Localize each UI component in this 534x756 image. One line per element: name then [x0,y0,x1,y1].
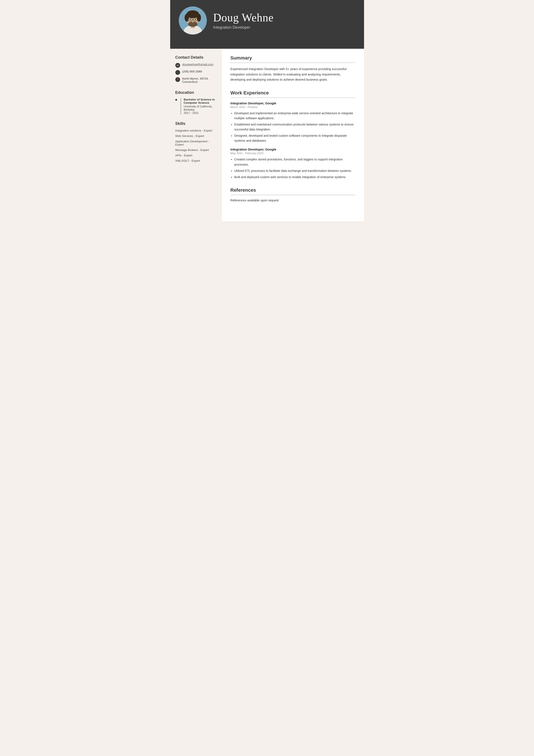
skills-section: Skills Integration solutions - ExpertWeb… [175,122,217,162]
skill-item: Integration solutions - Expert [175,129,217,132]
address-value: North Myron, 39724, Connecticut [182,77,209,83]
svg-point-10 [190,19,191,20]
skill-item: APIs - Expert [175,154,217,157]
job-bullet: Designed, developed and tested custom so… [234,133,355,143]
work-experience-section: Work Experience Integration Developer, G… [231,90,355,180]
education-title: Education [175,90,217,95]
summary-section: Summary Experienced Integration Develope… [231,55,355,82]
contact-section: Contact Details ✉ dougwehne@gmail.com 📞 … [175,55,217,83]
avatar [179,7,207,35]
main-content: Summary Experienced Integration Develope… [222,49,364,221]
email-icon: ✉ [175,63,180,68]
job-bullet: Utilized ETL processes to facilitate dat… [234,168,355,174]
skill-item: XML/XSLT - Expert [175,159,217,162]
job-bullet: Built and deployed custom web services t… [234,175,355,180]
candidate-title: Integration Developer [213,25,274,30]
job-dates: May 2021 - February 2023 [231,151,355,155]
phone-value: (256) 959 2089 [182,70,202,73]
edu-bullet-dot [175,99,177,101]
candidate-name: Doug Wehne [213,11,274,24]
svg-point-15 [192,21,194,23]
job-bullet: Established and maintained communication… [234,122,355,132]
edu-years: 2017 - 2021 [184,111,217,115]
references-text: References available upon request [231,199,355,202]
summary-title: Summary [231,55,355,63]
education-item: Bachelor of Science in Computer Science … [175,98,217,115]
header-info: Doug Wehne Integration Developer [213,11,274,30]
references-title: References [231,187,355,195]
skills-title: Skills [175,122,217,126]
resume-header: Doug Wehne Integration Developer [170,0,364,41]
jobs-list: Integration Developer, GoogleMarch 2023 … [231,101,355,180]
header-chevron [170,41,364,49]
skills-list: Integration solutions - ExpertWeb Servic… [175,129,217,162]
location-icon: 📍 [175,77,180,82]
job-dates: March 2023 - Present [231,105,355,109]
edu-school: University of California, Berkeley [184,105,217,111]
email-value[interactable]: dougwehne@gmail.com [182,63,214,66]
skill-item: Message Brokers - Expert [175,148,217,151]
contact-phone-item: 📞 (256) 959 2089 [175,70,217,75]
work-experience-title: Work Experience [231,90,355,98]
job-bullet: Created complex stored procedures, funct… [234,157,355,167]
references-section: References References available upon req… [231,187,355,202]
job-entry: Integration Developer, GoogleMarch 2023 … [231,101,355,143]
job-bullets: Created complex stored procedures, funct… [231,157,355,179]
contact-address-item: 📍 North Myron, 39724, Connecticut [175,77,217,83]
job-entry: Integration Developer, GoogleMay 2021 - … [231,148,355,179]
summary-text: Experienced Integration Developer with 5… [231,67,355,82]
education-section: Education Bachelor of Science in Compute… [175,90,217,115]
edu-details: Bachelor of Science in Computer Science … [181,98,217,115]
edu-degree: Bachelor of Science in Computer Science [184,98,217,104]
job-title: Integration Developer, Google [231,101,355,105]
sidebar: Contact Details ✉ dougwehne@gmail.com 📞 … [170,49,222,221]
main-layout: Contact Details ✉ dougwehne@gmail.com 📞 … [170,49,364,221]
skill-item: Web Services - Expert [175,134,217,138]
job-bullets: Developed and implemented an enterprise-… [231,111,355,143]
job-bullet: Developed and implemented an enterprise-… [234,111,355,121]
svg-point-11 [195,19,196,20]
job-title: Integration Developer, Google [231,148,355,151]
contact-email-item: ✉ dougwehne@gmail.com [175,63,217,68]
phone-icon: 📞 [175,70,180,75]
skill-item: Application Development - Expert [175,140,217,146]
contact-title: Contact Details [175,55,217,60]
